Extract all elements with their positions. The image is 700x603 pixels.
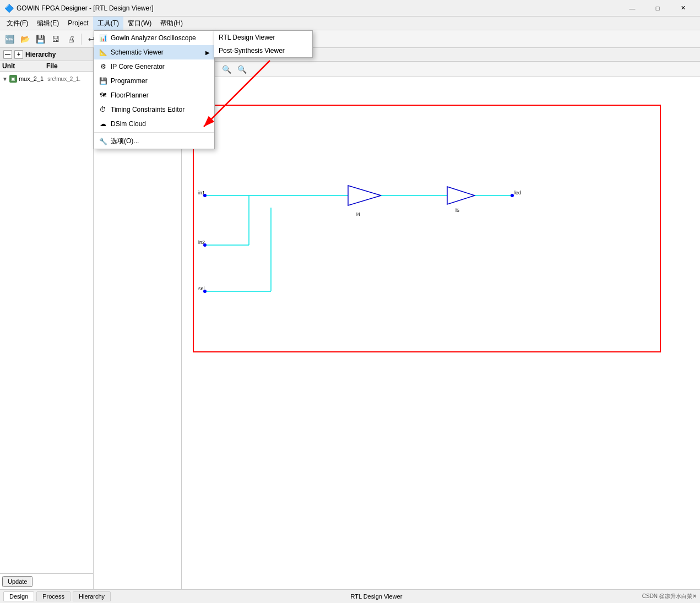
hierarchy-header: — + Hierarchy (0, 48, 93, 61)
left-panel: — + Hierarchy Unit File ▼ ▣ mux_2_1 src\… (0, 48, 94, 589)
open-button[interactable]: 📂 (18, 32, 32, 46)
dd-dsim[interactable]: ☁ DSim Cloud (94, 117, 214, 131)
dd-options-label: 选项(O)... (111, 137, 139, 146)
programmer-icon: 💾 (99, 77, 107, 85)
expand-icon: ▼ (2, 76, 8, 82)
menu-help[interactable]: 帮助(H) (156, 17, 187, 30)
status-tab-hierarchy[interactable]: Hierarchy (73, 591, 111, 601)
status-tab-design[interactable]: Design (3, 591, 34, 601)
svg-text:i4: i4 (356, 211, 360, 217)
status-tab-process[interactable]: Process (36, 591, 70, 601)
post-syn-label: Post-Synthesis Viewer (219, 47, 285, 55)
menu-tools[interactable]: 工具(T) (93, 17, 123, 30)
options-icon: 🔧 (99, 137, 107, 146)
statusbar: Design Process Hierarchy RTL Design View… (0, 589, 700, 603)
tb-search1[interactable]: 🔍 (219, 62, 234, 77)
svg-marker-7 (447, 187, 475, 204)
dd-floorplanner-label: FloorPlanner (111, 91, 149, 99)
ipcore-icon: ⚙ (99, 62, 107, 71)
window-controls: — □ ✕ (620, 0, 696, 17)
col-file: File (46, 62, 91, 70)
rtl-tree-panel: ▼ ■ mux_2_1 ▶ ≋ Nets (5) ▶ {} Primitive.… (94, 77, 182, 589)
timing-icon: ⏱ (99, 105, 107, 114)
tree-item-file: src\mux_2_1. (47, 76, 80, 82)
menubar: 文件(F) 编辑(E) Project 工具(T) 窗口(W) 帮助(H) (0, 17, 700, 30)
app-icon: 🔷 (4, 4, 14, 13)
schematic-arrow: ▶ (205, 50, 210, 56)
add-button[interactable]: + (14, 50, 23, 59)
dd-floorplanner[interactable]: 🗺 FloorPlanner (94, 88, 214, 102)
design-area: ▼ ■ mux_2_1 ▶ ≋ Nets (5) ▶ {} Primitive.… (94, 77, 700, 589)
floorplanner-icon: 🗺 (99, 91, 107, 100)
close-button[interactable]: ✕ (670, 0, 696, 17)
hierarchy-title: Hierarchy (25, 51, 56, 58)
menu-project[interactable]: Project (63, 17, 93, 30)
status-right-text: CSDN @凉升水白菜✕ (642, 593, 697, 600)
chip-icon: ▣ (9, 75, 17, 83)
hierarchy-tree: ▼ ▣ mux_2_1 src\mux_2_1. (0, 72, 93, 573)
dd-options[interactable]: 🔧 选项(O)... (94, 134, 214, 149)
dd-post-syn[interactable]: Post-Synthesis Viewer (214, 44, 312, 57)
svg-text:i5: i5 (455, 208, 459, 213)
dd-schematic-label: Schematic Viewer (111, 48, 164, 56)
dd-analyzer[interactable]: 📊 Gowin Analyzer Oscilloscope (94, 31, 214, 45)
menu-file[interactable]: 文件(F) (2, 17, 32, 30)
save-button[interactable]: 💾 (33, 32, 47, 46)
dd-timing[interactable]: ⏱ Timing Constraints Editor (94, 102, 214, 117)
schematic-diagram: in1 in2 sel led i4 i5 (193, 105, 661, 352)
tb-sep-1 (81, 34, 82, 45)
tree-item-label: mux_2_1 (19, 75, 44, 82)
svg-text:led: led (514, 190, 521, 195)
svg-point-16 (203, 243, 207, 247)
dsim-icon: ☁ (99, 119, 107, 128)
minimize-button[interactable]: — (620, 0, 645, 17)
new-button[interactable]: 🆕 (2, 32, 17, 46)
analyzer-icon: 📊 (99, 34, 107, 42)
update-button[interactable]: Update (2, 576, 32, 587)
dd-programmer-label: Programmer (111, 77, 148, 85)
tools-dropdown: 📊 Gowin Analyzer Oscilloscope 📐 Schemati… (94, 30, 215, 149)
rtl-viewer-label: RTL Design Viewer (219, 34, 275, 41)
tree-item-mux[interactable]: ▼ ▣ mux_2_1 src\mux_2_1. (2, 74, 91, 84)
dd-rtl-viewer[interactable]: RTL Design Viewer (214, 31, 312, 44)
dd-timing-label: Timing Constraints Editor (111, 106, 185, 113)
schematic-icon: 📐 (99, 48, 107, 57)
schematic-canvas: in1 in2 sel led i4 i5 (182, 77, 700, 589)
dd-ipcore[interactable]: ⚙ IP Core Generator (94, 59, 214, 74)
dd-schematic[interactable]: 📐 Schematic Viewer ▶ (94, 45, 214, 59)
status-center-text: RTL Design Viewer (113, 593, 640, 600)
tb-search2[interactable]: 🔍 (235, 62, 249, 77)
svg-point-15 (203, 194, 207, 197)
schematic-svg: in1 in2 sel led i4 i5 (194, 106, 662, 354)
dd-dsim-label: DSim Cloud (111, 120, 146, 128)
print-button[interactable]: 🖨 (64, 32, 78, 46)
svg-point-17 (203, 290, 207, 293)
menu-window[interactable]: 窗口(W) (123, 17, 156, 30)
dd-ipcore-label: IP Core Generator (111, 63, 165, 70)
title-text: GOWIN FPGA Designer - [RTL Design Viewer… (17, 4, 620, 12)
menu-edit[interactable]: 编辑(E) (32, 17, 63, 30)
dd-analyzer-label: Gowin Analyzer Oscilloscope (111, 34, 196, 42)
schematic-submenu: RTL Design Viewer Post-Synthesis Viewer (214, 30, 313, 58)
maximize-button[interactable]: □ (645, 0, 670, 17)
col-unit: Unit (2, 62, 46, 70)
svg-point-18 (511, 194, 514, 197)
collapse-button[interactable]: — (3, 50, 12, 59)
dd-divider (94, 132, 214, 133)
titlebar: 🔷 GOWIN FPGA Designer - [RTL Design View… (0, 0, 700, 17)
svg-marker-5 (348, 186, 381, 205)
hierarchy-columns: Unit File (0, 61, 93, 72)
dd-programmer[interactable]: 💾 Programmer (94, 74, 214, 88)
save-all-button[interactable]: 🖫 (48, 32, 63, 46)
